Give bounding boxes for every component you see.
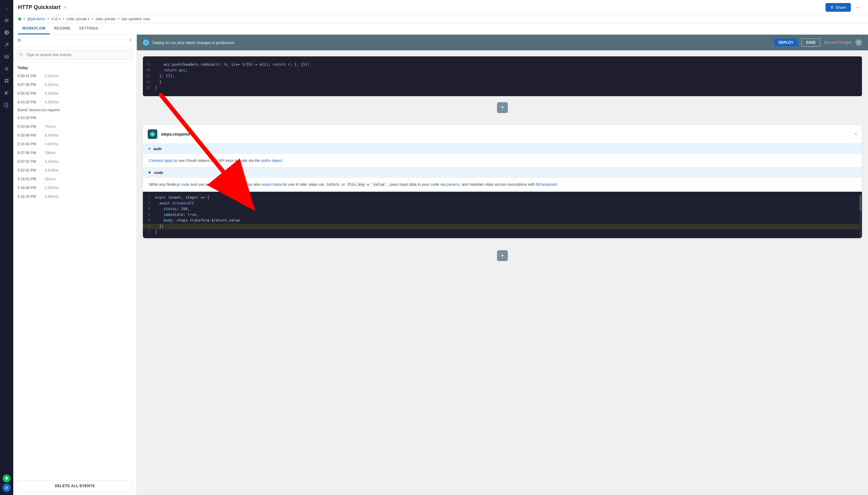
book-icon[interactable] <box>1 100 12 110</box>
list-item[interactable]: 6:33:58 PM 741ms <box>13 122 137 131</box>
connect-apps-link[interactable]: Connect apps <box>149 158 173 163</box>
list-item[interactable]: 6:59:41 PM 1,031ms <box>13 72 137 81</box>
left-panel: Today 6:59:41 PM 1,031ms 6:57:38 PM 8,34… <box>13 35 137 495</box>
list-item[interactable]: 6:33:48 PM 9,345ms <box>13 131 137 140</box>
tab-settings[interactable]: SETTINGS <box>75 23 103 34</box>
svg-text:N: N <box>152 133 154 136</box>
deploy-button[interactable]: DEPLOY <box>774 39 797 47</box>
tab-workflow[interactable]: WORKFLOW <box>18 23 50 34</box>
code-scrollbar[interactable] <box>860 193 861 237</box>
respond-code-editor: 1 async (event, steps) => { 2 await $res… <box>143 192 862 238</box>
svg-rect-1 <box>5 20 8 21</box>
list-item[interactable]: 5:18:49 PM 2,825ms <box>13 184 137 192</box>
send-event-label: $send: favicon.ico request <box>13 107 137 114</box>
svg-rect-5 <box>5 79 6 81</box>
settings-icon[interactable]: ⚙ <box>1 63 12 74</box>
save-button[interactable]: SAVE <box>801 38 820 47</box>
list-item[interactable]: 6:43:20 PM <box>13 114 137 122</box>
page-title: HTTP Quickstart <box>18 4 60 11</box>
workflow-list-icon[interactable] <box>1 15 12 26</box>
discard-changes-link[interactable]: Discard Changes <box>824 40 852 45</box>
icon-rail: › ⚙ <box>0 0 13 495</box>
svg-rect-2 <box>5 21 8 22</box>
code-link[interactable]: code <box>181 182 189 187</box>
auth-text: to use OAuth tokens and API keys in code… <box>174 158 261 163</box>
list-item[interactable]: 6:57:38 PM 8,342ms <box>13 81 137 89</box>
list-item[interactable]: 5:18:52 PM 181ms <box>13 175 137 184</box>
svg-rect-12 <box>17 40 21 40</box>
auths-object-link[interactable]: auths object <box>261 158 282 163</box>
tab-bar: WORKFLOW README SETTINGS <box>13 23 868 35</box>
bullet-separator2: • <box>48 17 49 21</box>
svg-point-9 <box>5 91 7 93</box>
export-data-link[interactable]: export data <box>262 182 281 187</box>
content-area: Today 6:59:41 PM 1,031ms 6:57:38 PM 8,34… <box>13 35 868 495</box>
share-button[interactable]: ⬆ Share <box>826 3 851 12</box>
code-line: 12 } <box>143 79 862 85</box>
key-icon[interactable] <box>1 39 12 50</box>
auth-section-toggle[interactable]: ▼ auth <box>143 143 862 154</box>
list-item[interactable]: 6:50:42 PM 9,154ms <box>13 89 137 98</box>
list-item[interactable]: 6:07:06 PM 206ms <box>13 149 137 157</box>
bullet-separator4: • <box>92 17 93 21</box>
auth-arrow-icon: ▼ <box>148 147 151 150</box>
code-line: 9 acc.push(headers.reduce((r, h, i)=> {r… <box>143 62 862 68</box>
users-icon[interactable] <box>1 87 12 98</box>
code-line-3: 3 status: 200, <box>143 206 862 212</box>
help-button[interactable]: ? <box>855 39 862 46</box>
delete-all-events-button[interactable]: DELETE ALL EVENTS <box>17 480 133 491</box>
send-icon[interactable] <box>1 27 12 38</box>
notification-icon[interactable] <box>3 475 11 482</box>
svg-point-14 <box>20 53 22 55</box>
deploy-message: Deploy to run your latest changes in pro… <box>153 40 235 45</box>
more-button[interactable]: ··· <box>854 3 863 12</box>
auth-section-label: auth <box>153 147 161 151</box>
code-section-toggle[interactable]: ▼ code <box>143 167 862 178</box>
list-item[interactable]: 5:52:02 PM 4,419ms <box>13 166 137 175</box>
info-icon: i <box>143 39 149 46</box>
edit-title-icon[interactable]: ✎ <box>64 5 67 10</box>
svg-rect-0 <box>5 19 8 20</box>
close-step-icon[interactable]: × <box>854 132 857 137</box>
step-respond-card: N steps.respond × ▼ auth Connect apps to… <box>143 125 862 238</box>
auth-content: Connect apps to use OAuth tokens and API… <box>143 154 862 167</box>
code-line-7: 7 } <box>143 229 862 235</box>
code-section-label: code <box>154 170 163 175</box>
code-line-5: 5 body: steps.transform.$return_value <box>143 218 862 223</box>
left-panel-header <box>13 35 137 47</box>
list-item[interactable]: 6:16:40 PM 3,007ms <box>13 140 137 149</box>
version-chevron: ▾ <box>59 17 60 21</box>
collapse-panel-icon[interactable] <box>128 38 133 44</box>
search-input[interactable] <box>17 50 133 59</box>
version-selector[interactable]: v.12 ▾ <box>51 17 60 21</box>
svg-rect-13 <box>17 41 21 41</box>
list-item[interactable]: 5:16:33 PM 3,861ms <box>13 192 137 201</box>
checkpoint-link[interactable]: $checkpoint <box>536 182 557 187</box>
status-indicator <box>18 17 21 20</box>
bullet-separator5: • <box>118 17 119 21</box>
list-item[interactable]: 6:43:28 PM 6,293ms <box>13 98 137 107</box>
code-visibility: code: private ▾ <box>66 17 89 21</box>
expand-icon[interactable]: › <box>1 3 12 14</box>
add-step-container-bottom: + <box>137 244 868 267</box>
search-box <box>13 47 137 63</box>
database-icon[interactable] <box>1 51 12 62</box>
code-line-4: 4 immediate: true, <box>143 212 862 218</box>
add-step-button-bottom[interactable]: + <box>497 250 508 261</box>
code-line-6: 6 }) <box>143 224 862 229</box>
tab-readme[interactable]: README <box>50 23 75 34</box>
svg-point-4 <box>5 55 8 56</box>
code-line-2: 2 await $respond({ <box>143 201 862 206</box>
account-icon[interactable]: @ <box>2 483 11 492</box>
code-scrollbar-thumb[interactable] <box>860 195 861 210</box>
list-item[interactable]: 6:07:02 PM 4,183ms <box>13 157 137 166</box>
npm-package-link[interactable]: npm package <box>213 182 236 187</box>
last-updated: last updated: now <box>121 17 150 21</box>
params-link[interactable]: params <box>446 182 459 187</box>
account-link[interactable]: @pd-demo <box>27 17 45 21</box>
panel-menu-icon[interactable] <box>17 38 22 44</box>
code-line: 10 return acc; <box>143 68 862 73</box>
add-step-button-top[interactable]: + <box>497 102 508 113</box>
grid-icon[interactable] <box>1 75 12 86</box>
sub-header: • @pd-demo • v.12 ▾ • code: private ▾ • … <box>13 15 868 23</box>
